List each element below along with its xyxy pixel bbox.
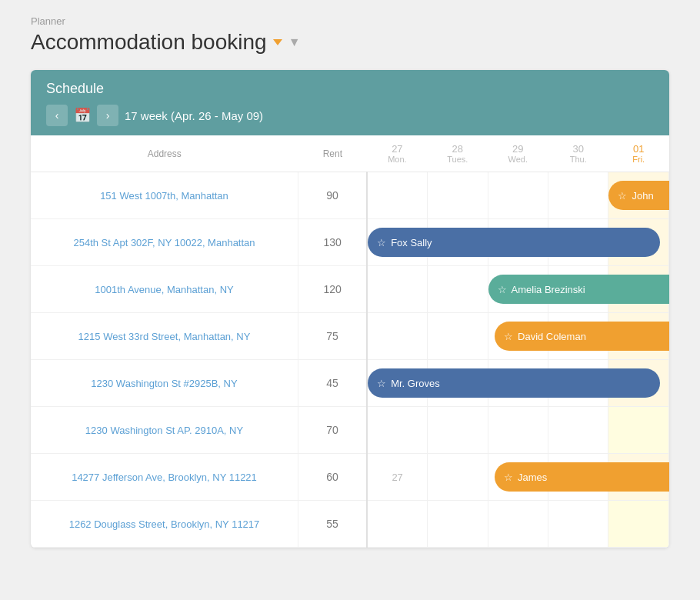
day-cell xyxy=(548,501,608,548)
address-cell[interactable]: 1230 Washington St AP. 2910A, NY xyxy=(31,407,298,454)
col-header-day-01: 01 Fri. xyxy=(608,135,669,172)
address-cell[interactable]: 254th St Apt 302F, NY 10022, Manhattan xyxy=(31,219,298,266)
day-cell xyxy=(488,172,548,219)
booking-bar-amelia[interactable]: ☆ Amelia Brezinski xyxy=(488,275,669,304)
day-cell-fri xyxy=(608,407,669,454)
star-icon: ☆ xyxy=(504,331,513,342)
booking-name: Fox Sally xyxy=(391,237,432,248)
table-row: 254th St Apt 302F, NY 10022, Manhattan 1… xyxy=(31,219,669,266)
page-title: Accommodation booking xyxy=(31,30,267,55)
day-cell xyxy=(428,454,488,501)
table-row: 1001th Avenue, Manhattan, NY 120 ☆ Ameli… xyxy=(31,266,669,313)
table-row: 1215 West 33rd Street, Manhattan, NY 75 … xyxy=(31,313,669,360)
col-header-day-28: 28 Tues. xyxy=(428,135,488,172)
booking-bar-fox-sally[interactable]: ☆ Fox Sally xyxy=(368,228,660,257)
schedule-header: Schedule ‹ 📅 › 17 week (Apr. 26 - May 09… xyxy=(31,70,669,135)
day-cell xyxy=(428,266,488,313)
col-header-day-27: 27 Mon. xyxy=(367,135,427,172)
booking-name: Mr. Groves xyxy=(391,378,440,389)
schedule-grid: Address Rent 27 Mon. 28 Tues. 29 Wed. xyxy=(31,135,669,548)
schedule-title: Schedule xyxy=(46,81,654,97)
booking-name: David Coleman xyxy=(518,331,586,342)
rent-cell: 130 xyxy=(298,219,367,266)
day-cell: ☆ Amelia Brezinski xyxy=(488,266,548,313)
week-nav: ‹ 📅 › 17 week (Apr. 26 - May 09) xyxy=(46,105,654,135)
col-header-address: Address xyxy=(31,135,298,172)
star-icon: ☆ xyxy=(377,378,386,389)
day-cell xyxy=(488,501,548,548)
day-cell xyxy=(367,407,427,454)
rent-cell: 70 xyxy=(298,407,367,454)
day-cell xyxy=(428,172,488,219)
day-cell xyxy=(548,407,608,454)
rent-cell: 60 xyxy=(298,454,367,501)
address-cell[interactable]: 151 West 1007th, Manhattan xyxy=(31,172,298,219)
day-cell xyxy=(548,172,608,219)
booking-name: John xyxy=(632,190,653,202)
day-cell: ☆ Mr. Groves xyxy=(367,360,427,407)
day-cell: 27 xyxy=(367,454,427,501)
star-icon: ☆ xyxy=(504,472,513,483)
day-cell xyxy=(367,501,427,548)
col-header-rent: Rent xyxy=(298,135,367,172)
day-cell: ☆ James xyxy=(548,454,608,501)
day-cell xyxy=(367,172,427,219)
table-row: 1230 Washington St #2925B, NY 45 ☆ Mr. G… xyxy=(31,360,669,407)
day-cell xyxy=(367,266,427,313)
day-cell: ☆ David Coleman xyxy=(548,313,608,360)
calendar-icon[interactable]: 📅 xyxy=(74,107,91,124)
rent-cell: 55 xyxy=(298,501,367,548)
address-cell[interactable]: 14277 Jefferson Ave, Brooklyn, NY 11221 xyxy=(31,454,298,501)
day-cell-fri xyxy=(608,501,669,548)
day-cell xyxy=(428,313,488,360)
col-header-day-29: 29 Wed. xyxy=(488,135,548,172)
day-cell xyxy=(488,407,548,454)
breadcrumb: Planner xyxy=(31,15,669,27)
next-week-button[interactable]: › xyxy=(97,105,118,126)
rent-cell: 75 xyxy=(298,313,367,360)
prev-week-button[interactable]: ‹ xyxy=(46,105,68,126)
address-cell[interactable]: 1262 Douglass Street, Brooklyn, NY 11217 xyxy=(31,501,298,548)
title-dropdown-icon[interactable] xyxy=(273,39,282,45)
address-cell[interactable]: 1215 West 33rd Street, Manhattan, NY xyxy=(31,313,298,360)
star-icon: ☆ xyxy=(377,237,386,248)
rent-cell: 90 xyxy=(298,172,367,219)
day-cell xyxy=(428,407,488,454)
day-cell-fri: ☆ John xyxy=(608,172,669,219)
address-cell[interactable]: 1001th Avenue, Manhattan, NY xyxy=(31,266,298,313)
schedule-panel: Schedule ‹ 📅 › 17 week (Apr. 26 - May 09… xyxy=(31,70,669,548)
table-row: 1262 Douglass Street, Brooklyn, NY 11217… xyxy=(31,501,669,548)
table-row: 14277 Jefferson Ave, Brooklyn, NY 11221 … xyxy=(31,454,669,501)
booking-bar-david[interactable]: ☆ David Coleman xyxy=(495,322,669,351)
day-cell: ☆ Fox Sally xyxy=(367,219,427,266)
booking-name: Amelia Brezinski xyxy=(512,284,585,295)
day-cell xyxy=(367,313,427,360)
day-cell xyxy=(428,501,488,548)
table-row: 1230 Washington St AP. 2910A, NY 70 xyxy=(31,407,669,454)
rent-cell: 120 xyxy=(298,266,367,313)
rent-cell: 45 xyxy=(298,360,367,407)
week-label: 17 week (Apr. 26 - May 09) xyxy=(125,109,263,122)
booking-name: James xyxy=(518,472,547,483)
col-header-day-30: 30 Thu. xyxy=(548,135,608,172)
booking-bar-mr-groves[interactable]: ☆ Mr. Groves xyxy=(368,368,660,398)
star-icon: ☆ xyxy=(618,190,627,202)
star-icon: ☆ xyxy=(498,284,507,295)
table-row: 151 West 1007th, Manhattan 90 ☆ John xyxy=(31,172,669,219)
booking-bar-john[interactable]: ☆ John xyxy=(608,181,669,210)
address-cell[interactable]: 1230 Washington St #2925B, NY xyxy=(31,360,298,407)
booking-bar-james[interactable]: ☆ James xyxy=(495,462,669,492)
title-filter-icon[interactable]: ▼ xyxy=(288,35,301,49)
